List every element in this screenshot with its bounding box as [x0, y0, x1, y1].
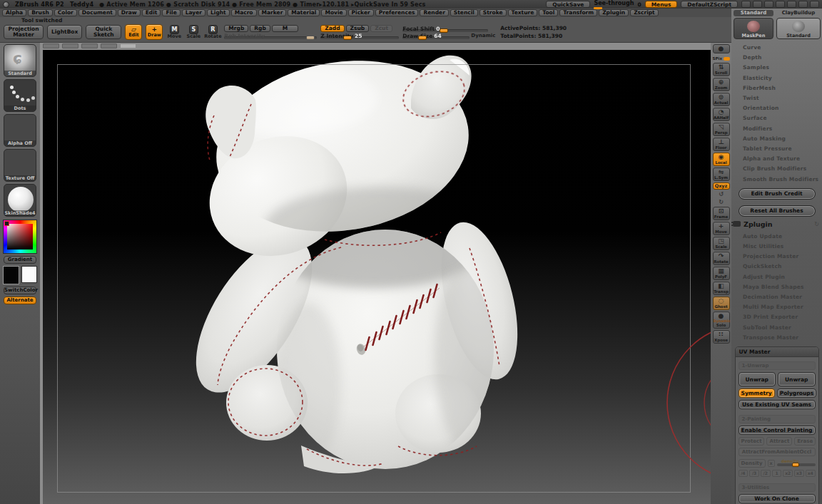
subpalette-header[interactable]: Misc Utilities: [743, 242, 822, 252]
ratio-button[interactable]: x4: [806, 470, 816, 477]
enable-control-painting-button[interactable]: Enable Control Painting: [739, 426, 816, 435]
shelf-button[interactable]: ⊕ Zoom: [713, 78, 730, 91]
m-button[interactable]: M: [272, 25, 298, 32]
menu-item[interactable]: Material: [288, 9, 320, 16]
zsub-button[interactable]: Zsub: [346, 25, 370, 32]
shelf-button-bpr[interactable]: ●: [713, 44, 730, 53]
menu-item[interactable]: Picker: [348, 9, 374, 16]
subpalette-header[interactable]: Auto Masking: [743, 134, 822, 144]
projection-master-button[interactable]: Projection Master: [4, 25, 44, 39]
subpalette-header[interactable]: Modifiers: [743, 124, 822, 134]
menu-item[interactable]: File: [162, 9, 180, 16]
subpalette-header[interactable]: Samples: [743, 63, 822, 73]
density-x-toggle[interactable]: x: [768, 460, 775, 467]
z-intensity-slider[interactable]: Z Intensity 25: [320, 33, 399, 39]
document-size-segments[interactable]: [43, 43, 136, 48]
menu-item[interactable]: Draw: [118, 9, 141, 16]
saturation-square[interactable]: [7, 224, 33, 250]
use-existing-uv-seams-toggle[interactable]: Use Existing UV Seams: [739, 400, 816, 409]
subpalette-header[interactable]: Curve: [743, 43, 822, 53]
window-control-icon-scroll-right-icon[interactable]: [753, 1, 762, 8]
shelf-button[interactable]: ↻: [713, 199, 730, 205]
move-mode-button[interactable]: M Move: [166, 25, 182, 39]
subpalette-header[interactable]: Auto Update: [743, 232, 822, 242]
zadd-button[interactable]: Zadd: [320, 25, 344, 32]
tray-slot[interactable]: Dots: [4, 79, 36, 112]
rgb-intensity-slider[interactable]: Rgb Intensity: [224, 33, 317, 39]
see-through-slider[interactable]: See-through: [594, 0, 634, 9]
window-control-icon-close-icon[interactable]: [810, 1, 819, 8]
subpalette-header[interactable]: SubTool Master: [743, 323, 822, 333]
shelf-button[interactable]: ◹ Persp: [713, 123, 730, 136]
shelf-button[interactable]: ◌ Ghost: [713, 297, 730, 310]
subpalette-header[interactable]: Depth: [743, 53, 822, 63]
subpalette-header[interactable]: QuickSketch: [743, 262, 822, 272]
shelf-button[interactable]: ↷ Rotate: [713, 252, 730, 265]
shelf-button[interactable]: SPix: [713, 55, 730, 61]
subpalette-header[interactable]: Decimation Master: [743, 292, 822, 302]
window-control-icon-scroll-left-icon[interactable]: [741, 1, 751, 8]
quick-sketch-button[interactable]: Quick Sketch: [86, 25, 121, 39]
maskpen-brush-thumb[interactable]: MaskPen: [734, 18, 773, 39]
subpalette-header[interactable]: Clip Brush Modifiers: [743, 164, 822, 174]
mrgb-button[interactable]: Mrgb: [224, 25, 248, 32]
shelf-button[interactable]: ▦ PolyF: [713, 267, 730, 280]
subpalette-header[interactable]: Multi Map Exporter: [743, 302, 822, 312]
subpalette-header[interactable]: Elasticity: [743, 73, 822, 83]
window-control-icon-restore-icon[interactable]: [798, 1, 808, 8]
ratio-button[interactable]: x3: [794, 470, 804, 477]
zcut-button[interactable]: Zcut: [370, 25, 392, 32]
menu-item[interactable]: Document: [78, 9, 116, 16]
tray-slot[interactable]: Alpha Off: [4, 114, 36, 147]
default-zscript-button[interactable]: DefaultZScript: [681, 1, 738, 8]
subpalette-header[interactable]: Projection Master: [743, 252, 822, 262]
focal-shift-slider[interactable]: Focal Shift 0: [402, 26, 488, 32]
scale-mode-button[interactable]: S Scale: [186, 25, 201, 39]
gradient-button[interactable]: Gradient: [4, 256, 36, 264]
density-slider[interactable]: density.: [777, 460, 816, 467]
main-color-swatch[interactable]: [3, 266, 19, 284]
shelf-button[interactable]: ⇅ Scroll: [713, 63, 730, 76]
protect-button[interactable]: Protect: [739, 437, 765, 446]
subpalette-header[interactable]: Smooth Brush Modifiers: [743, 175, 822, 185]
menu-item[interactable]: Brush: [28, 9, 53, 16]
polygroups-toggle[interactable]: Polygroups: [777, 389, 817, 398]
menu-item[interactable]: Render: [420, 9, 448, 16]
menu-item[interactable]: Layer: [182, 9, 206, 16]
shelf-button[interactable]: ◧ Transp: [713, 282, 730, 295]
symmetry-toggle[interactable]: Symmetry: [739, 389, 775, 398]
window-control-icon-minimize-icon[interactable]: [787, 1, 796, 8]
subpalette-header[interactable]: Maya Blend Shapes: [743, 282, 822, 292]
refresh-icon[interactable]: ↻: [814, 221, 819, 227]
shelf-button[interactable]: ↺: [713, 191, 730, 197]
menu-item[interactable]: Zplugin: [599, 9, 629, 16]
rgb-button[interactable]: Rgb: [250, 25, 270, 32]
quicksave-button[interactable]: QuickSave: [546, 1, 590, 8]
menu-item[interactable]: Preferences: [375, 9, 419, 16]
draw-mode-button[interactable]: + Draw: [146, 24, 163, 40]
reset-all-brushes-button[interactable]: Reset All Brushes: [739, 206, 815, 216]
secondary-color-swatch[interactable]: [21, 266, 37, 283]
zplugin-palette-header[interactable]: Zplugin ↻: [731, 216, 822, 230]
shelf-button[interactable]: ◉ Local: [713, 153, 730, 166]
menu-item[interactable]: Transform: [559, 9, 597, 16]
edit-mode-button[interactable]: ▱ Edit: [125, 24, 142, 40]
work-on-clone-button[interactable]: Work On Clone: [739, 494, 816, 503]
menu-item[interactable]: Alpha: [2, 9, 26, 16]
spix-slider[interactable]: [724, 58, 730, 60]
ratio-button[interactable]: x2: [783, 470, 793, 477]
menu-item[interactable]: Marker: [258, 9, 287, 16]
uv-master-title[interactable]: UV Master: [736, 347, 818, 357]
erase-button[interactable]: Erase: [794, 437, 816, 446]
unwrap-all-button[interactable]: Unwrap All: [778, 372, 816, 386]
ratio-button[interactable]: /4: [739, 470, 749, 477]
menu-item[interactable]: Texture: [508, 9, 538, 16]
shelf-button[interactable]: ⊥ Floor: [713, 138, 730, 151]
ratio-button[interactable]: 1: [772, 470, 782, 477]
see-through-handle[interactable]: [594, 7, 602, 9]
menu-item[interactable]: Color: [54, 9, 77, 16]
menus-button[interactable]: Menus: [645, 1, 678, 8]
subpalette-header[interactable]: Twist: [743, 93, 822, 103]
shelf-button[interactable]: ∷ Xpose: [713, 330, 730, 344]
subpalette-header[interactable]: Tablet Pressure: [743, 144, 822, 154]
